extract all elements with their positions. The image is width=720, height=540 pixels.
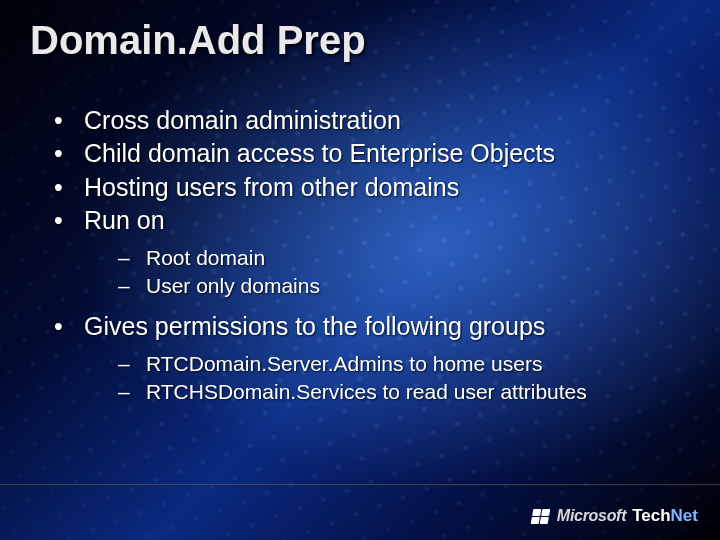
slide-title: Domain.Add Prep <box>30 18 690 63</box>
bullet-text: RTCHSDomain.Services to read user attrib… <box>146 380 587 403</box>
product-net: Net <box>671 506 698 525</box>
bullet-text: Run on <box>84 206 165 234</box>
bullet-text: Root domain <box>146 246 265 269</box>
list-item: RTCHSDomain.Services to read user attrib… <box>118 378 690 406</box>
bullet-text: User only domains <box>146 274 320 297</box>
bullet-text: Hosting users from other domains <box>84 173 459 201</box>
bullet-text: RTCDomain.Server.Admins to home users <box>146 352 542 375</box>
list-item: User only domains <box>118 272 690 300</box>
sub-list: Root domain User only domains <box>84 244 690 301</box>
footer-logo: Microsoft TechNet <box>532 506 698 526</box>
bullet-text: Gives permissions to the following group… <box>84 312 545 340</box>
list-item: Hosting users from other domains <box>50 172 690 203</box>
list-item: Gives permissions to the following group… <box>50 311 690 407</box>
slide: Domain.Add Prep Cross domain administrat… <box>0 0 720 540</box>
divider <box>0 484 720 486</box>
bullet-text: Child domain access to Enterprise Object… <box>84 139 555 167</box>
list-item: Root domain <box>118 244 690 272</box>
bullet-text: Cross domain administration <box>84 106 401 134</box>
list-item: Child domain access to Enterprise Object… <box>50 138 690 169</box>
product-text: TechNet <box>632 506 698 526</box>
product-tech: Tech <box>632 506 670 525</box>
list-item: Cross domain administration <box>50 105 690 136</box>
brand-text: Microsoft <box>557 507 626 525</box>
bullet-list: Cross domain administration Child domain… <box>30 105 690 407</box>
list-item: RTCDomain.Server.Admins to home users <box>118 350 690 378</box>
windows-flag-icon <box>531 509 551 524</box>
list-item: Run on Root domain User only domains <box>50 205 690 301</box>
sub-list: RTCDomain.Server.Admins to home users RT… <box>84 350 690 407</box>
